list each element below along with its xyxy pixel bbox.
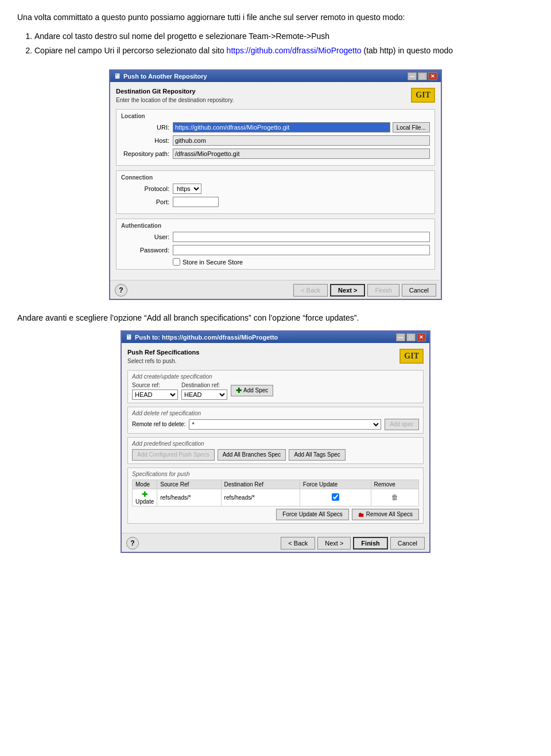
store-label: Store in Secure Store: [183, 259, 243, 266]
intro-paragraph: Una volta committato a questo punto poss…: [17, 11, 534, 24]
maximize-button[interactable]: □: [418, 72, 427, 80]
source-dest-row: Source ref: HEAD Destination ref: HEAD ✚…: [132, 382, 419, 400]
col-mode-header: Mode: [133, 480, 157, 489]
trash-icon[interactable]: 🗑: [391, 493, 398, 501]
step2-link[interactable]: https://github.com/dfrassi/MioProgetto: [227, 46, 362, 55]
row-remove-cell: 🗑: [371, 489, 418, 506]
delete-ref-label: Add delete ref specification: [132, 410, 419, 416]
connection-label: Connection: [121, 174, 430, 181]
create-update-label: Add create/update specification: [132, 373, 419, 380]
dialog2-footer: ? < Back Next > Finish Cancel: [122, 533, 429, 552]
dialog-push-specs: 🖥 Push to: https://github.com/dfrassi/Mi…: [121, 330, 430, 553]
dialog2-finish-button[interactable]: Finish: [353, 537, 387, 550]
location-label: Location: [121, 113, 430, 119]
remote-ref-label: Remote ref to delete:: [132, 421, 185, 427]
dialog2-header: Push Ref Specifications Select refs to p…: [127, 349, 424, 365]
add-spec-button[interactable]: ✚ Add Spec: [231, 385, 273, 396]
dialog2-header-subtitle: Select refs to push.: [127, 357, 199, 365]
close-button[interactable]: ✕: [428, 72, 437, 80]
dialog2-cancel-button[interactable]: Cancel: [390, 537, 425, 550]
repo-row: Repository path:: [121, 149, 430, 159]
dest-ref-label: Destination ref:: [181, 382, 227, 388]
dialog1-footer: ? < Back Next > Finish Cancel: [110, 280, 441, 299]
dialog2-title: Push to: https://github.com/dfrassi/MioP…: [135, 334, 278, 341]
step1: Andare col tasto destro sul nome del pro…: [34, 29, 534, 44]
port-label: Port:: [121, 198, 173, 205]
add-configured-push-specs-button[interactable]: Add Configured Push Specs: [132, 449, 215, 461]
row-source-cell: refs/heads/*: [157, 489, 221, 506]
cancel-button[interactable]: Cancel: [402, 284, 436, 297]
predefined-label: Add predefined specification: [132, 441, 419, 447]
update-icon-cell: ✚ Update: [133, 489, 157, 506]
dialog1-body: Destination Git Repository Enter the loc…: [110, 82, 441, 280]
dialog2-help-button[interactable]: ?: [126, 537, 139, 550]
update-icon: ✚: [142, 490, 148, 498]
uri-input[interactable]: [173, 122, 390, 133]
dialog2-body: Push Ref Specifications Select refs to p…: [122, 343, 429, 533]
row-force-cell: [300, 489, 371, 506]
remote-ref-select[interactable]: *: [189, 419, 381, 430]
dialog1-header-subtitle: Enter the location of the destination re…: [116, 96, 234, 104]
source-ref-select[interactable]: HEAD: [132, 389, 178, 400]
host-row: Host:: [121, 135, 430, 146]
dialog2-back-button[interactable]: < Back: [281, 537, 315, 550]
step2: Copiare nel campo Uri il percorso selezi…: [34, 44, 534, 58]
git-logo: GIT: [411, 88, 435, 103]
back-button[interactable]: < Back: [293, 284, 328, 297]
source-col: Source ref: HEAD: [132, 382, 178, 400]
host-input: [173, 135, 430, 146]
password-input[interactable]: [173, 245, 430, 255]
predefined-section: Add predefined specification Add Configu…: [127, 437, 424, 464]
force-update-all-label: Force Update All Specs: [282, 511, 343, 517]
protocol-select[interactable]: https http ssh: [173, 184, 201, 194]
force-checkbox[interactable]: [332, 493, 339, 501]
remove-all-specs-button[interactable]: 🖿 Remove All Specs: [352, 509, 419, 520]
add-all-tags-button[interactable]: Add All Tags Spec: [289, 449, 345, 461]
store-checkbox[interactable]: [173, 258, 180, 266]
auth-section: Authentication User: Password: Store in …: [116, 219, 435, 270]
add-spec2-label: Add spec: [390, 421, 414, 427]
repo-input: [173, 149, 430, 159]
step2-prefix: Copiare nel campo Uri il percorso selezi…: [34, 46, 227, 55]
middle-text: Andare avanti e scegliere l’opzione “Add…: [17, 311, 534, 324]
next-button[interactable]: Next >: [330, 284, 365, 297]
protocol-label: Protocol:: [121, 185, 173, 192]
local-file-button[interactable]: Local File...: [393, 122, 430, 133]
plus-icon: ✚: [236, 387, 242, 395]
delete-row: Remote ref to delete: * Add spec: [132, 419, 419, 430]
dialog1-title-icon: 🖥: [114, 72, 121, 80]
dialog2-close-button[interactable]: ✕: [417, 333, 426, 341]
delete-ref-section: Add delete ref specification Remote ref …: [127, 407, 424, 434]
add-delete-spec-button[interactable]: Add spec: [385, 419, 419, 430]
uri-label: URI:: [121, 124, 173, 131]
force-update-all-button[interactable]: Force Update All Specs: [276, 509, 349, 520]
col-source-header: Source Ref: [157, 480, 221, 489]
user-label: User:: [121, 233, 173, 240]
source-ref-label: Source ref:: [132, 382, 178, 388]
uri-row: URI: Local File...: [121, 122, 430, 133]
dialog2-next-button[interactable]: Next >: [317, 537, 351, 550]
dialog1-titlebar: 🖥 Push to Another Repository — □ ✕: [110, 71, 441, 82]
finish-button[interactable]: Finish: [367, 284, 399, 297]
dest-ref-select[interactable]: HEAD: [181, 389, 227, 400]
minimize-button[interactable]: —: [408, 72, 417, 80]
add-all-branches-button[interactable]: Add All Branches Spec: [218, 449, 286, 461]
col-dest-header: Destination Ref: [221, 480, 300, 489]
dialog2-title-icon: 🖥: [125, 333, 132, 341]
dialog2-titlebar: 🖥 Push to: https://github.com/dfrassi/Mi…: [122, 332, 429, 343]
help-button[interactable]: ?: [115, 284, 127, 297]
dest-col: Destination ref: HEAD: [181, 382, 227, 400]
bottom-buttons: Force Update All Specs 🖿 Remove All Spec…: [132, 509, 419, 520]
create-update-section: Add create/update specification Source r…: [127, 370, 424, 403]
password-label: Password:: [121, 247, 173, 254]
password-row: Password:: [121, 245, 430, 255]
step2-suffix: (tab http) in questo modo: [362, 46, 453, 55]
user-input[interactable]: [173, 232, 430, 242]
dialog1-header-title: Destination Git Repository: [116, 88, 234, 95]
dialog-push-repo: 🖥 Push to Another Repository — □ ✕ Desti…: [109, 69, 442, 300]
specs-for-push-section: Specifications for push Mode Source Ref …: [127, 467, 424, 524]
port-input[interactable]: [173, 197, 219, 207]
row-dest-cell: refs/heads/*: [221, 489, 300, 506]
dialog2-maximize-button[interactable]: □: [406, 333, 416, 341]
dialog2-minimize-button[interactable]: —: [396, 333, 405, 341]
